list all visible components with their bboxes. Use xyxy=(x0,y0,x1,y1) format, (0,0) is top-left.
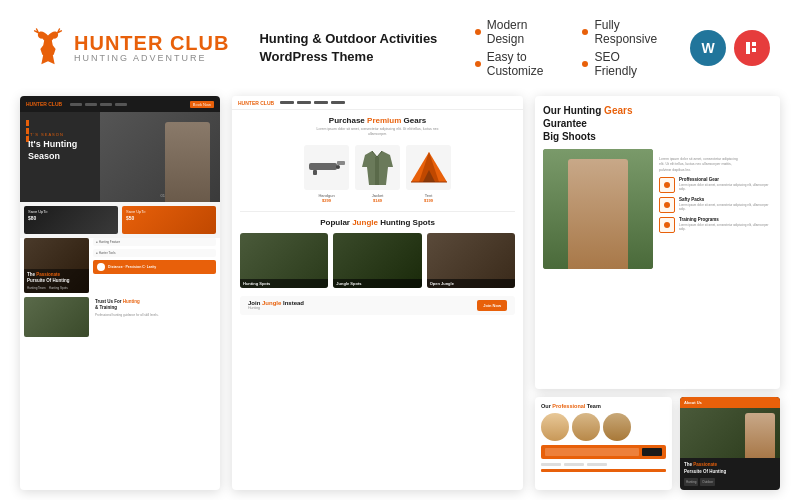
feature-modern-design: Modern Design xyxy=(475,18,553,46)
nav-link-item xyxy=(280,101,294,104)
about-features-mini: Hunting Outdoor xyxy=(684,478,776,486)
elementor-icon xyxy=(743,39,761,57)
right-card-title: Our Hunting Gears GuranteeBig Shoots xyxy=(543,104,673,143)
gear-item-jacket: Jacket $149 xyxy=(355,145,400,203)
feature-desc: Lorem ipsum dolor sit amet, consectetur … xyxy=(679,183,772,191)
gear-item-tent: Tent $199 xyxy=(406,145,451,203)
precision-text: Distance · Percision C· Larity xyxy=(108,265,156,269)
elementor-badge xyxy=(734,30,770,66)
footer-link xyxy=(541,463,561,466)
spot-card-2: Jungle Spots xyxy=(333,233,421,288)
feature-list: Modern Design Fully Responsive Easy to C… xyxy=(475,18,660,78)
feature-dot xyxy=(475,29,481,35)
right-feature-1: Proffessional Gear Lorem ipsum dolor sit… xyxy=(659,177,772,193)
svg-rect-5 xyxy=(313,170,317,175)
member-avatar-3 xyxy=(603,413,631,441)
mid-section: The PassionatePursuite Of Hunting Huntin… xyxy=(20,238,220,297)
promo-text-1: Save UpTo $80 xyxy=(24,206,118,225)
logo-title: HUNTER CLUB xyxy=(74,33,229,53)
logo-icon xyxy=(30,28,66,68)
about-nav: About Us xyxy=(680,397,780,408)
trust-image xyxy=(24,297,89,337)
mid-nav: HUNTER CLUB xyxy=(232,96,523,110)
spot-card-3: Open Jungle xyxy=(427,233,515,288)
nav-link xyxy=(70,103,82,106)
gear-image-gun xyxy=(304,145,349,190)
nav-link-item xyxy=(314,101,328,104)
nav-links xyxy=(70,103,127,106)
hero-person-image xyxy=(165,122,210,202)
join-text: Join Jungle Instead Hunting xyxy=(248,300,471,310)
jungle-title: Popular Jungle Hunting Spots xyxy=(240,218,515,227)
feature-icon xyxy=(659,177,675,193)
small-feature: ● Hunting Feature xyxy=(93,238,216,246)
trust-text: Trust Us For Hunting& Training Professio… xyxy=(93,297,161,337)
hero-text: IT'S SEASON It's HuntingSeason xyxy=(28,132,77,162)
right-top-card: Our Hunting Gears GuranteeBig Shoots Lor… xyxy=(535,96,780,389)
gear-price: $149 xyxy=(355,198,400,203)
nav-link xyxy=(100,103,112,106)
right-description: Lorem ipsum dolor sit amet, consectetur … xyxy=(659,153,739,177)
feature-desc: Lorem ipsum dolor sit amet, consectetur … xyxy=(679,223,772,231)
svg-point-6 xyxy=(336,165,340,169)
jungle-spots: Hunting Spots Jungle Spots Open Jungle xyxy=(232,229,523,292)
about-feature: Outdoor xyxy=(700,478,715,486)
precision-bar: Distance · Percision C· Larity xyxy=(93,260,216,274)
gear-image-tent xyxy=(406,145,451,190)
footer-link xyxy=(564,463,584,466)
right-feature-2: Safty Packs Lorem ipsum dolor sit amet, … xyxy=(659,197,772,213)
nav-cta-btn: Book Now xyxy=(190,101,214,108)
feature-text: Proffessional Gear Lorem ipsum dolor sit… xyxy=(679,177,772,191)
nav-link-item xyxy=(297,101,311,104)
right-features-list: Proffessional Gear Lorem ipsum dolor sit… xyxy=(659,177,772,233)
jacket-svg xyxy=(360,147,395,187)
team-title: Our Professional Team xyxy=(541,403,666,409)
feature-dot xyxy=(582,29,588,35)
section-divider xyxy=(240,211,515,212)
platform-badges: W xyxy=(690,30,770,66)
about-title: The PassionatePersuite Of Hunting xyxy=(684,462,776,475)
promo-cards: Save UpTo $80 Save UpTo $50 xyxy=(20,202,220,238)
join-section: Join Jungle Instead Hunting Join Now xyxy=(240,296,515,315)
feature-text: Training Programs Lorem ipsum dolor sit … xyxy=(679,217,772,231)
precision-icon xyxy=(97,263,105,271)
small-feature: ● Hunter Tools xyxy=(93,249,216,257)
wordpress-badge: W xyxy=(690,30,726,66)
preview-right: Our Hunting Gears GuranteeBig Shoots Lor… xyxy=(535,96,780,490)
hunting-image: The PassionatePursuite Of Hunting Huntin… xyxy=(24,238,89,293)
logo-area: HUNTER CLUB Hunting Adventure xyxy=(30,28,229,68)
hero-slide-num: 01 xyxy=(161,193,165,198)
gear-title: Purchase Premium Gears xyxy=(240,116,515,125)
promo-card-2: Save UpTo $50 xyxy=(122,206,216,234)
footer-link xyxy=(587,463,607,466)
team-members xyxy=(541,413,666,441)
feature-dot xyxy=(582,61,588,67)
spot-label: Jungle Spots xyxy=(333,279,421,288)
tent-svg xyxy=(409,150,449,185)
about-text: The PassionatePersuite Of Hunting Huntin… xyxy=(680,458,780,490)
hunting-desc: Hunting Team Hunting Spots xyxy=(27,286,86,290)
gear-image-jacket xyxy=(355,145,400,190)
spot-card-1: Hunting Spots xyxy=(240,233,328,288)
spot-label: Open Jungle xyxy=(427,279,515,288)
promo-text-2: Save UpTo $50 xyxy=(122,206,216,225)
hunting-title: The PassionatePursuite Of Hunting xyxy=(27,272,86,284)
gear-item-gun: Handgun $299 xyxy=(304,145,349,203)
hero-title: It's HuntingSeason xyxy=(28,139,77,162)
gear-price: $299 xyxy=(304,198,349,203)
header: HUNTER CLUB Hunting Adventure Hunting & … xyxy=(0,0,800,88)
right-bottom-row: Our Professional Team xyxy=(535,397,780,490)
svg-rect-4 xyxy=(337,161,345,165)
trust-desc: Professional hunting guidance for all sk… xyxy=(95,313,159,317)
join-button[interactable]: Join Now xyxy=(477,300,507,311)
preview-left: HUNTER CLUB Book Now IT'S SEA xyxy=(20,96,220,490)
gear-price: $199 xyxy=(406,198,451,203)
feature-name: Safty Packs xyxy=(679,197,772,202)
mid-nav-logo: HUNTER CLUB xyxy=(238,100,274,106)
preview-middle: HUNTER CLUB Purchase Premium Gears Lorem… xyxy=(232,96,523,490)
gear-header: Purchase Premium Gears Lorem ipsum dolor… xyxy=(232,110,523,141)
trust-title: Trust Us For Hunting& Training xyxy=(95,299,159,312)
feature-text: Safty Packs Lorem ipsum dolor sit amet, … xyxy=(679,197,772,211)
svg-rect-0 xyxy=(746,42,750,54)
orange-bar xyxy=(26,120,29,126)
